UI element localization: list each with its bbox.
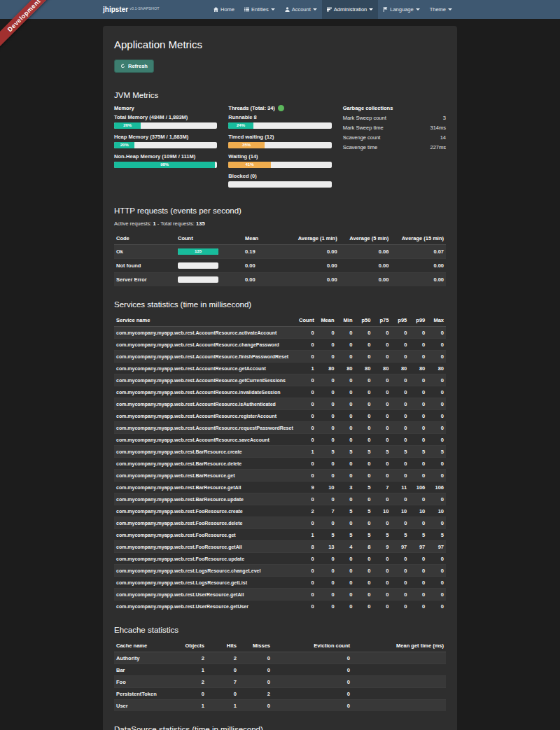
cell: 0 xyxy=(427,493,446,505)
refresh-button[interactable]: Refresh xyxy=(114,59,154,73)
nav-item-language[interactable]: Language xyxy=(378,0,424,19)
cell: 0 xyxy=(372,458,391,470)
nav-menu: HomeEntitiesAccountAdministrationLanguag… xyxy=(209,0,457,19)
cell: 0 xyxy=(427,434,446,446)
cell: 106 xyxy=(409,482,427,493)
nav-item-home[interactable]: Home xyxy=(209,0,239,19)
metric-label: Timed waiting (12) xyxy=(228,134,331,140)
column-header: p50 xyxy=(354,314,372,327)
cell: 2 xyxy=(206,652,239,664)
cell: 0.00 xyxy=(288,273,340,287)
cell: User xyxy=(114,700,171,712)
cell: 0 xyxy=(295,374,316,386)
cell: 0 xyxy=(391,565,409,577)
cell: 5 xyxy=(316,529,337,541)
cell: 0 xyxy=(316,458,337,470)
cell: 0 xyxy=(391,339,409,351)
cell: 0 xyxy=(427,422,446,434)
column-header: Code xyxy=(114,232,176,245)
cell xyxy=(352,676,446,688)
cell: 135 xyxy=(176,245,243,259)
cell: 0 xyxy=(295,601,316,612)
cell: 3 xyxy=(337,482,355,493)
cell: 0 xyxy=(272,688,352,700)
cell xyxy=(352,700,446,712)
nav-item-entities[interactable]: Entities xyxy=(239,0,280,19)
cell: 2 xyxy=(295,505,316,517)
column-header: Mean xyxy=(243,232,288,245)
cell: 0 xyxy=(409,351,427,363)
datasource-title: DataSource statistics (time in milliseco… xyxy=(114,725,446,730)
cell: 0 xyxy=(316,386,337,398)
cell: 0 xyxy=(337,327,355,339)
cell: com.mycompany.myapp.web.rest.LogsResourc… xyxy=(114,577,295,589)
gc-label: Scavenge time xyxy=(343,144,378,150)
gc-label: Mark Sweep count xyxy=(343,115,386,121)
cell: 0 xyxy=(354,577,372,589)
column-header: Objects xyxy=(171,640,206,652)
caret-down-icon xyxy=(369,8,373,10)
cell: 5 xyxy=(372,529,391,541)
cell: 0 xyxy=(427,470,446,482)
brand-link[interactable]: jhipster v0.1-SNAPSHOT xyxy=(103,0,160,19)
cell: 0 xyxy=(316,422,337,434)
table-row: com.mycompany.myapp.web.rest.BarResource… xyxy=(114,446,446,458)
cell: 0 xyxy=(316,374,337,386)
nav-item-administration[interactable]: Administration xyxy=(322,0,379,19)
cell: com.mycompany.myapp.web.rest.AccountReso… xyxy=(114,351,295,363)
table-row: com.mycompany.myapp.web.rest.FooResource… xyxy=(114,553,446,565)
refresh-button-label: Refresh xyxy=(128,63,148,69)
nav-item-theme[interactable]: Theme xyxy=(425,0,457,19)
cell: 5 xyxy=(427,529,446,541)
cell: com.mycompany.myapp.web.rest.FooResource… xyxy=(114,541,295,553)
requests-summary: Active requests: 1 - Total requests: 135 xyxy=(114,220,446,227)
cell: 0 xyxy=(295,470,316,482)
gc-title: Garbage collections xyxy=(343,105,446,111)
cell: 0 xyxy=(391,386,409,398)
cell: 0 xyxy=(206,664,239,676)
cell: com.mycompany.myapp.web.rest.BarResource… xyxy=(114,470,295,482)
cell: 0 xyxy=(337,386,355,398)
cell: 0 xyxy=(391,553,409,565)
cell: 0 xyxy=(316,410,337,422)
metrics-panel: Application Metrics Refresh JVM Metrics … xyxy=(103,26,457,730)
cell: PersistentToken xyxy=(114,688,171,700)
cell: 5 xyxy=(409,529,427,541)
cell: 0 xyxy=(295,386,316,398)
caret-down-icon xyxy=(448,8,452,10)
brand-name: jhipster xyxy=(103,6,128,13)
cell: 0 xyxy=(427,398,446,410)
cell: com.mycompany.myapp.web.rest.UserResourc… xyxy=(114,589,295,601)
cell: Authority xyxy=(114,652,171,664)
cell: 0 xyxy=(295,398,316,410)
cell: 0 xyxy=(372,339,391,351)
cell: 0 xyxy=(372,517,391,529)
table-row: com.mycompany.myapp.web.rest.AccountReso… xyxy=(114,363,446,374)
cell: 0 xyxy=(272,664,352,676)
cell: 5 xyxy=(372,446,391,458)
column-header: Cache name xyxy=(114,640,171,652)
column-header: Average (15 min) xyxy=(391,232,446,245)
cell: 5 xyxy=(337,446,355,458)
cell: 0.07 xyxy=(391,245,446,259)
cell: 0 xyxy=(409,565,427,577)
cell: 0 xyxy=(427,601,446,612)
cell: 80 xyxy=(354,363,372,374)
column-header: Count xyxy=(295,314,316,327)
nav-item-label: Theme xyxy=(430,6,446,13)
entities-icon xyxy=(244,7,249,12)
cell: 0 xyxy=(354,410,372,422)
table-row: com.mycompany.myapp.web.rest.AccountReso… xyxy=(114,386,446,398)
nav-item-account[interactable]: Account xyxy=(280,0,322,19)
metric: Waiting (14)41% xyxy=(228,153,331,168)
cell: 80 xyxy=(427,363,446,374)
cell: 0 xyxy=(391,410,409,422)
cell: 7 xyxy=(316,505,337,517)
cell: 5 xyxy=(316,446,337,458)
thread-dump-icon[interactable] xyxy=(278,105,284,111)
user-icon xyxy=(285,7,290,12)
cell: 0 xyxy=(295,565,316,577)
metric-label: Runnable 8 xyxy=(228,114,331,120)
total-requests-label: Total requests: xyxy=(160,220,195,227)
cell: 0 xyxy=(176,273,243,287)
